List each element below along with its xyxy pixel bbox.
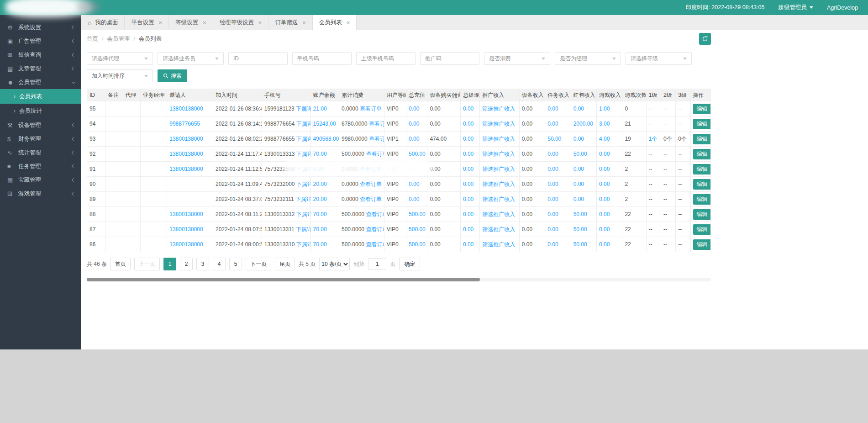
cell-link[interactable]: 500.00 [409, 211, 426, 217]
cell-link[interactable]: 查看订单 [360, 196, 382, 202]
consumed-select[interactable]: 是否消费 [484, 52, 550, 65]
edit-button[interactable]: 编辑 [693, 209, 711, 220]
edit-button[interactable]: 编辑 [693, 239, 711, 250]
cell-link[interactable]: 0.00 [409, 196, 419, 202]
cell-link[interactable]: 0.00 [409, 106, 419, 112]
cell-link[interactable]: 13800138000 [169, 106, 203, 112]
cell-link[interactable]: 490568.00 [313, 136, 339, 142]
cell-link[interactable]: 0.00 [463, 151, 473, 157]
is-manager-select[interactable]: 是否为经理 [555, 52, 621, 65]
admin-role-menu[interactable]: 超级管理员 [778, 4, 813, 11]
cell-link[interactable]: 0.00 [599, 181, 610, 187]
cell-link[interactable]: 0.00 [409, 121, 419, 127]
search-button[interactable]: 搜索 [158, 69, 187, 82]
cell-link[interactable]: 0.00 [599, 226, 610, 233]
cell-link[interactable]: 下属详细 [296, 226, 310, 233]
cell-link[interactable]: 0.00 [463, 226, 473, 233]
edit-button[interactable]: 编辑 [693, 194, 711, 205]
cell-link[interactable]: 2000.00 [573, 121, 593, 127]
sidebar-subitem-member-statistics[interactable]: ›会员统计 [0, 104, 81, 118]
cell-link[interactable]: 下属详细 [296, 211, 310, 217]
cell-link[interactable]: 下属详细 [296, 181, 310, 187]
cell-link[interactable]: 筛选推广收入 [482, 181, 515, 187]
cell-link[interactable]: 查看订单 [360, 106, 382, 112]
cell-link[interactable]: 0.00 [547, 121, 558, 127]
edit-button[interactable]: 编辑 [693, 119, 711, 129]
sidebar-item-treasure-management[interactable]: ▦宝藏管理 [0, 173, 81, 187]
cell-link[interactable]: 筛选推广收入 [482, 151, 515, 157]
cell-link[interactable]: 0.00 [463, 166, 473, 172]
cell-link[interactable]: 1.00 [599, 106, 610, 112]
cell-link[interactable]: 0.00 [409, 136, 419, 142]
sidebar-item-finance-management[interactable]: $财务管理 [0, 132, 81, 146]
goto-page-input[interactable] [368, 258, 386, 270]
next-page-button[interactable]: 下一页 [246, 258, 271, 270]
edit-button[interactable]: 编辑 [693, 149, 711, 159]
refresh-button[interactable] [699, 33, 711, 45]
cell-link[interactable]: 0.00 [599, 151, 610, 157]
cell-link[interactable]: 0.00 [463, 211, 473, 217]
cell-link[interactable]: 70.00 [313, 151, 327, 157]
cell-link[interactable]: 0.00 [463, 196, 473, 202]
cell-link[interactable]: 0.00 [547, 151, 558, 157]
cell-link[interactable]: 0.00 [547, 226, 558, 233]
tab-close-icon[interactable]: × [203, 19, 206, 26]
cell-link[interactable]: 下属详细 [296, 151, 310, 157]
tab-close-icon[interactable]: × [302, 19, 306, 26]
cell-link[interactable]: 查看订单 [369, 136, 384, 142]
cell-link[interactable]: 筛选推广收入 [482, 211, 515, 217]
cell-link[interactable]: 查看订单 [366, 241, 384, 248]
cell-link[interactable]: 下属详细 [296, 121, 310, 127]
edit-button[interactable]: 编辑 [693, 224, 711, 235]
cell-link[interactable]: 9988776655 [169, 121, 200, 127]
cell-link[interactable]: 0.00 [599, 241, 610, 248]
cell-link[interactable]: 13800138000 [169, 166, 203, 172]
cell-link[interactable]: 500.00 [409, 151, 426, 157]
sidebar-subitem-member-list[interactable]: ›会员列表 [0, 89, 81, 104]
tab-member-list[interactable]: 会员列表× [313, 15, 357, 30]
cell-link[interactable]: 500.00 [409, 241, 426, 248]
cell-link[interactable]: 0.00 [573, 196, 584, 202]
cell-link[interactable]: 0.00 [599, 196, 610, 202]
sidebar-item-game-management[interactable]: ⚄游戏管理 [0, 187, 81, 201]
cell-link[interactable]: 筛选推广收入 [482, 106, 515, 112]
cell-link[interactable]: 查看订单 [369, 121, 384, 127]
cell-link[interactable]: 0.00 [573, 136, 584, 142]
cell-link[interactable]: 筛选推广收入 [482, 166, 515, 172]
cell-link[interactable]: 0.00 [463, 121, 473, 127]
sidebar-item-article-management[interactable]: ▤文章管理 [0, 62, 81, 75]
level-select[interactable]: 请选择等级 [626, 52, 692, 65]
edit-button[interactable]: 编辑 [693, 179, 711, 190]
cell-link[interactable]: 3.00 [599, 121, 610, 127]
cell-link[interactable]: 50.00 [573, 211, 587, 217]
cell-link[interactable]: 查看订单 [366, 151, 384, 157]
cell-link[interactable]: 13800138000 [169, 211, 203, 217]
cell-link[interactable]: 13800138000 [169, 241, 203, 248]
cell-link[interactable]: 0.00 [547, 181, 558, 187]
cell-link[interactable]: 0.00 [547, 166, 558, 172]
edit-button[interactable]: 编辑 [693, 164, 711, 174]
cell-link[interactable]: 13800138000 [169, 136, 203, 142]
edit-button[interactable]: 编辑 [693, 134, 711, 144]
cell-link[interactable]: 70.00 [313, 211, 327, 217]
tab-close-icon[interactable]: × [258, 19, 262, 26]
phone-input[interactable] [292, 52, 352, 65]
brand-link[interactable]: AgriDevelop [827, 5, 858, 11]
breadcrumb-item[interactable]: 首页 [87, 35, 98, 43]
page-button-5[interactable]: 5 [229, 258, 242, 270]
cell-link[interactable]: 20.00 [313, 181, 327, 187]
cell-link[interactable]: 0.00 [573, 166, 584, 172]
cell-link[interactable]: 0.00 [547, 196, 558, 202]
cell-link[interactable]: 0.00 [463, 106, 473, 112]
confirm-button[interactable]: 确定 [399, 258, 420, 270]
cell-link[interactable]: 0.00 [463, 136, 473, 142]
sidebar-item-member-management[interactable]: ☻会员管理 [0, 75, 81, 89]
tab-manager-level-settings[interactable]: 经理等级设置× [213, 15, 269, 30]
cell-link[interactable]: 下属详细 [296, 106, 310, 112]
cell-link[interactable]: 70.00 [313, 226, 327, 233]
cell-link[interactable]: 15243.00 [313, 121, 336, 127]
page-button-1[interactable]: 1 [163, 258, 176, 270]
cell-link[interactable]: 20.00 [313, 196, 327, 202]
cell-link[interactable]: 0.00 [463, 181, 473, 187]
cell-link[interactable]: 50.00 [573, 151, 587, 157]
